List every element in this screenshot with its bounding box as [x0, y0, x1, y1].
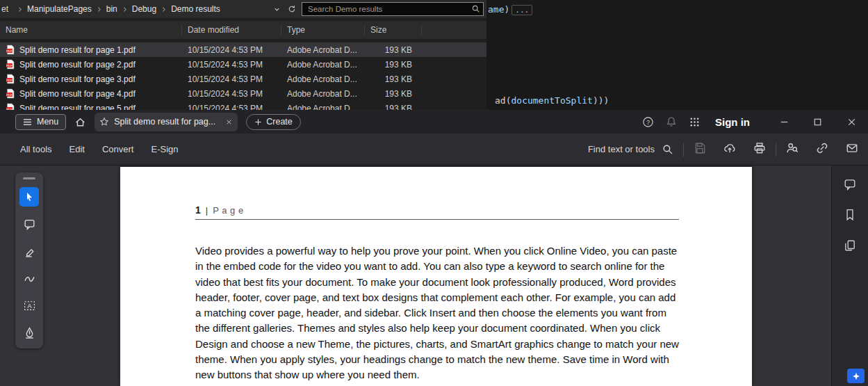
- toolbar-divider: [776, 143, 776, 156]
- add-text-tool-button[interactable]: A: [19, 296, 39, 315]
- document-tab[interactable]: Split demo result for pag...: [95, 113, 238, 131]
- minimize-icon[interactable]: [779, 117, 789, 127]
- select-tool-button[interactable]: [19, 187, 39, 207]
- save-icon[interactable]: [694, 142, 706, 156]
- print-icon[interactable]: [753, 142, 766, 156]
- help-icon[interactable]: ?: [642, 116, 654, 128]
- sign-in-button[interactable]: Sign in: [715, 116, 750, 128]
- file-type: Adobe Acrobat D...: [281, 60, 365, 70]
- svg-text:?: ?: [646, 118, 650, 125]
- file-name: Split demo result for page 1.pdf: [19, 45, 136, 55]
- all-tools-button[interactable]: All tools: [19, 141, 54, 157]
- sign-tool-button[interactable]: [19, 323, 39, 342]
- cloud-upload-icon[interactable]: [723, 142, 736, 156]
- column-header-size[interactable]: Size: [365, 24, 422, 35]
- quick-tools-rail: A: [15, 172, 43, 348]
- create-button[interactable]: Create: [246, 114, 301, 130]
- column-header-type[interactable]: Type: [281, 24, 365, 35]
- acrobat-toolbar: All tools Edit Convert E-Sign Find text …: [0, 134, 868, 166]
- email-icon[interactable]: [846, 142, 858, 156]
- star-icon[interactable]: [99, 117, 109, 127]
- code-fold-badge[interactable]: ...: [511, 5, 532, 15]
- page-header-number: 1: [195, 204, 201, 216]
- tab-title: Split demo result for pag...: [114, 117, 220, 127]
- svg-text:PDF: PDF: [6, 93, 13, 97]
- acrobat-window: Menu Split demo result for pag... Create: [0, 110, 868, 386]
- pdf-page: 1 | P a g e Video provides a powerful wa…: [120, 167, 752, 386]
- column-header-name[interactable]: Name: [0, 24, 182, 35]
- column-header-empty: [422, 24, 486, 35]
- explorer-address-bar: et ManipulatePages bin Debug Demo result…: [0, 0, 486, 18]
- breadcrumb-item-manipulatepages[interactable]: ManipulatePages: [26, 4, 93, 14]
- explorer-search-input[interactable]: [302, 2, 484, 16]
- svg-text:A: A: [27, 302, 31, 309]
- breadcrumb-chevron-icon: [17, 6, 23, 13]
- document-workspace: A 1 | P a g e Video provides a powerful: [0, 166, 868, 386]
- svg-text:PDF: PDF: [6, 49, 13, 53]
- pdf-file-icon: PDF: [6, 88, 15, 99]
- acrobat-titlebar: Menu Split demo result for pag... Create: [0, 110, 868, 134]
- column-header-date-modified[interactable]: Date modified: [182, 24, 281, 35]
- page-header: 1 | P a g e: [195, 204, 752, 216]
- file-size: 193 KB: [365, 89, 422, 99]
- esign-button[interactable]: E-Sign: [149, 141, 179, 157]
- file-date: 10/15/2024 4:53 PM: [182, 60, 281, 70]
- comments-panel-button[interactable]: [840, 175, 860, 194]
- ai-assistant-button[interactable]: [847, 369, 865, 383]
- svg-text:PDF: PDF: [6, 79, 13, 82]
- file-row[interactable]: PDFSplit demo result for page 5.pdf 10/1…: [0, 101, 486, 110]
- file-type: Adobe Acrobat D...: [281, 89, 365, 99]
- file-date: 10/15/2024 4:53 PM: [182, 45, 281, 55]
- search-icon: [662, 143, 673, 155]
- column-headers: Name Date modified Type Size: [0, 21, 486, 39]
- pages-panel-button[interactable]: [840, 236, 860, 255]
- file-date: 10/15/2024 4:53 PM: [182, 104, 281, 111]
- sparkle-icon: [852, 372, 860, 380]
- edit-button[interactable]: Edit: [68, 141, 86, 157]
- comment-bubble-icon: [844, 178, 856, 191]
- file-row[interactable]: PDFSplit demo result for page 4.pdf 10/1…: [0, 86, 486, 101]
- drag-handle[interactable]: [23, 177, 35, 179]
- find-text-or-tools-button[interactable]: Find text or tools: [588, 143, 673, 155]
- close-icon[interactable]: [846, 117, 857, 127]
- convert-button[interactable]: Convert: [101, 141, 136, 157]
- code-text: ame): [488, 4, 509, 15]
- bookmarks-panel-button[interactable]: [840, 205, 860, 225]
- file-list: PDFSplit demo result for page 1.pdf 10/1…: [0, 42, 486, 110]
- breadcrumb-item-demo-results[interactable]: Demo results: [170, 4, 222, 14]
- file-row[interactable]: PDFSplit demo result for page 3.pdf 10/1…: [0, 72, 486, 86]
- draw-tool-button[interactable]: [19, 268, 39, 288]
- file-row[interactable]: PDFSplit demo result for page 2.pdf 10/1…: [0, 57, 486, 72]
- find-people-icon[interactable]: [786, 142, 799, 156]
- home-icon[interactable]: [74, 116, 86, 128]
- breadcrumb-item-bin[interactable]: bin: [105, 4, 119, 14]
- file-date: 10/15/2024 4:53 PM: [182, 89, 281, 99]
- add-comment-tool-button[interactable]: [19, 214, 39, 234]
- refresh-icon[interactable]: [288, 5, 296, 13]
- pen-nib-icon: [24, 327, 35, 339]
- breadcrumb-chevron-icon: [96, 6, 102, 13]
- file-size: 193 KB: [365, 60, 422, 70]
- highlighter-icon: [24, 246, 35, 257]
- link-icon[interactable]: [816, 142, 828, 156]
- copy-pages-icon: [844, 239, 856, 252]
- file-name: Split demo result for page 5.pdf: [19, 104, 136, 111]
- file-row[interactable]: PDFSplit demo result for page 1.pdf 10/1…: [0, 42, 486, 57]
- add-text-icon: A: [24, 300, 35, 312]
- highlight-tool-button[interactable]: [19, 241, 39, 261]
- code-text: ad(: [495, 95, 511, 106]
- address-dropdown-icon[interactable]: [273, 6, 281, 13]
- breadcrumb-item-debug[interactable]: Debug: [131, 4, 158, 14]
- notifications-bell-icon[interactable]: [666, 116, 677, 127]
- document-text[interactable]: Video provides a powerful way to help yo…: [195, 243, 682, 383]
- file-name: Split demo result for page 3.pdf: [19, 74, 136, 84]
- tab-close-icon[interactable]: [225, 118, 233, 126]
- breadcrumb-chevron-icon: [122, 6, 128, 13]
- apps-grid-icon[interactable]: [689, 117, 700, 127]
- code-text: ))): [593, 95, 609, 106]
- menu-button[interactable]: Menu: [15, 114, 66, 130]
- maximize-icon[interactable]: [812, 117, 823, 127]
- search-icon[interactable]: [471, 4, 480, 13]
- page-header-separator: |: [206, 205, 208, 216]
- screen: et ManipulatePages bin Debug Demo result…: [0, 0, 868, 386]
